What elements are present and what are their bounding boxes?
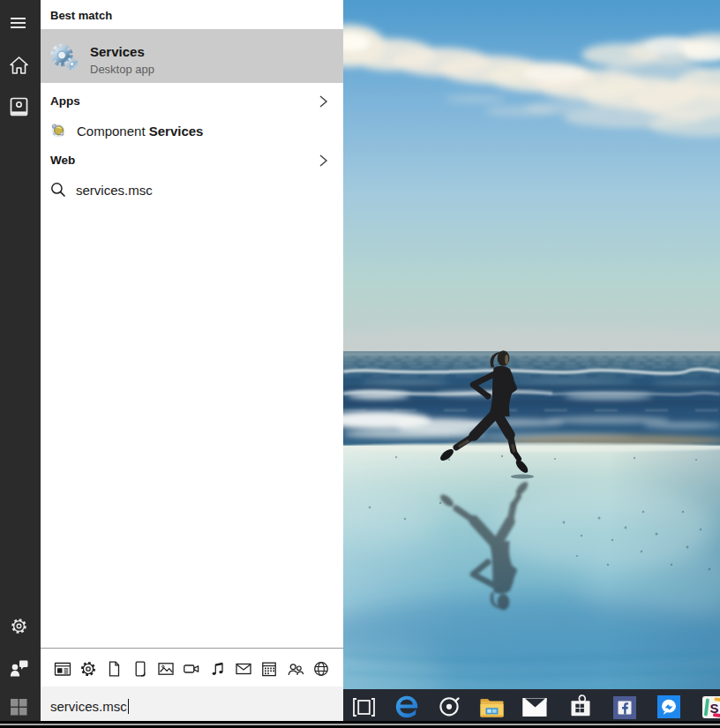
svg-text:S: S	[710, 701, 719, 716]
